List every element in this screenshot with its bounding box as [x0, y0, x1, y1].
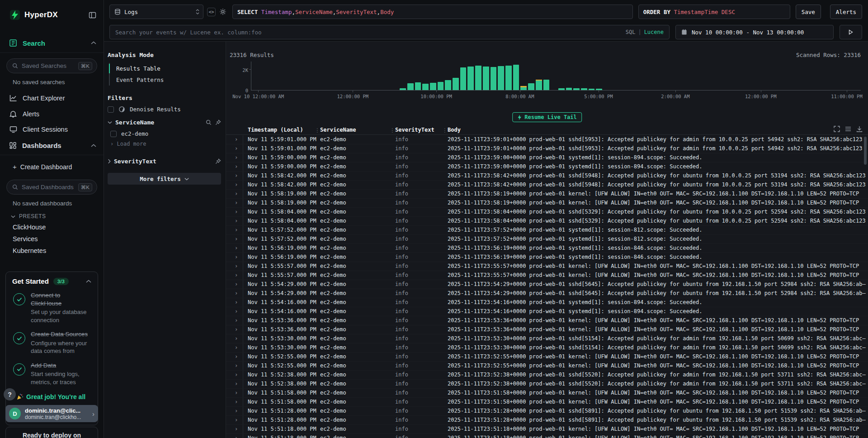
more-filters-button[interactable]: More filters: [108, 173, 221, 185]
sidebar-item-dashboards[interactable]: Dashboards: [0, 137, 104, 155]
chevron-up-icon[interactable]: [86, 280, 91, 283]
filter-checkbox[interactable]: [110, 131, 117, 137]
log-row[interactable]: ›Nov 11 5:56:19.000 PMec2-demoinfo2025-1…: [226, 244, 868, 253]
log-row[interactable]: ›Nov 11 5:59:00.000 PMec2-demoinfo2025-1…: [226, 153, 868, 162]
sidebar-item-client-sessions[interactable]: Client Sessions: [0, 122, 104, 137]
mode-event-patterns[interactable]: Event Patterns: [110, 74, 221, 86]
log-row[interactable]: ›Nov 11 5:53:30.000 PMec2-demoinfo2025-1…: [226, 334, 868, 343]
histogram-bar[interactable]: [460, 67, 467, 90]
alerts-button[interactable]: Alerts: [830, 5, 862, 19]
log-row[interactable]: ›Nov 11 5:54:29.000 PMec2-demoinfo2025-1…: [226, 280, 868, 289]
task-create-data-sources[interactable]: Create Data Sources Configure where your…: [12, 330, 91, 355]
sidebar-item-preset-services[interactable]: Services: [0, 233, 104, 245]
help-button[interactable]: ?: [4, 388, 16, 400]
column-header-body[interactable]: Body: [443, 127, 868, 133]
code-view-button[interactable]: <>: [207, 8, 216, 16]
source-select[interactable]: Logs: [109, 5, 203, 19]
log-row[interactable]: ›Nov 11 5:57:52.000 PMec2-demoinfo2025-1…: [226, 226, 868, 235]
histogram-bar[interactable]: [430, 83, 436, 90]
histogram-bar[interactable]: [573, 88, 580, 90]
log-row[interactable]: ›Nov 11 5:51:58.000 PMec2-demoinfo2025-1…: [226, 389, 868, 398]
resume-live-tail-button[interactable]: Resume Live Tail: [512, 112, 582, 122]
sidebar-item-preset-kubernetes[interactable]: Kubernetes: [0, 245, 104, 257]
histogram-bar[interactable]: [543, 80, 550, 90]
save-button[interactable]: Save: [796, 5, 821, 19]
filter-value-ec2-demo[interactable]: ec2-demo: [108, 129, 221, 139]
histogram-bar[interactable]: [536, 80, 542, 90]
histogram-bar[interactable]: [513, 65, 519, 90]
sidebar-item-search[interactable]: Search: [0, 33, 104, 53]
sidebar-item-chart-explorer[interactable]: Chart Explorer: [0, 90, 104, 106]
histogram-bar[interactable]: [596, 89, 602, 90]
load-more-button[interactable]: › Load more: [108, 139, 221, 149]
log-row[interactable]: ›Nov 11 5:52:38.000 PMec2-demoinfo2025-1…: [226, 371, 868, 380]
histogram-bar[interactable]: [566, 88, 572, 90]
column-header-timestamp[interactable]: Timestamp (Local): [243, 127, 316, 133]
histogram-bar[interactable]: [453, 78, 459, 90]
sidebar-item-preset-clickhouse[interactable]: ClickHouse: [0, 221, 104, 233]
log-row[interactable]: ›Nov 11 5:58:19.000 PMec2-demoinfo2025-1…: [226, 190, 868, 199]
denoise-checkbox[interactable]: [108, 106, 114, 113]
download-icon[interactable]: [856, 126, 863, 132]
deploy-banner[interactable]: Ready to deploy on: [5, 427, 98, 438]
log-row[interactable]: ›Nov 11 5:52:55.000 PMec2-demoinfo2025-1…: [226, 352, 868, 362]
log-row[interactable]: ›Nov 11 5:58:04.000 PMec2-demoinfo2025-1…: [226, 217, 868, 226]
log-row[interactable]: ›Nov 11 5:59:01.000 PMec2-demoinfo2025-1…: [226, 135, 868, 144]
histogram-bar[interactable]: [483, 67, 489, 90]
vertical-scrollbar[interactable]: [864, 137, 867, 165]
saved-dashboards-input[interactable]: Saved Dashboards ⌘K: [6, 180, 97, 195]
row-density-icon[interactable]: [845, 126, 851, 132]
create-dashboard-button[interactable]: + Create Dashboard: [0, 159, 104, 174]
log-row[interactable]: ›Nov 11 5:51:58.000 PMec2-demoinfo2025-1…: [226, 398, 868, 407]
task-connect-clickhouse[interactable]: Connect to ClickHouse Set up your databa…: [12, 291, 91, 324]
log-row[interactable]: ›Nov 11 5:51:28.000 PMec2-demoinfo2025-1…: [226, 416, 868, 425]
histogram-bar[interactable]: [589, 89, 595, 90]
histogram-bar[interactable]: [415, 82, 421, 90]
log-row[interactable]: ›Nov 11 5:58:42.000 PMec2-demoinfo2025-1…: [226, 171, 868, 181]
log-row[interactable]: ›Nov 11 5:55:57.000 PMec2-demoinfo2025-1…: [226, 271, 868, 280]
log-row[interactable]: ›Nov 11 5:54:16.000 PMec2-demoinfo2025-1…: [226, 298, 868, 307]
histogram-bar[interactable]: [467, 67, 474, 90]
log-row[interactable]: ›Nov 11 5:58:04.000 PMec2-demoinfo2025-1…: [226, 208, 868, 217]
saved-searches-input[interactable]: Saved Searches ⌘K: [6, 58, 97, 73]
user-menu[interactable]: D dominic.tran@clic... dominic.tran@clic…: [5, 405, 98, 422]
log-row[interactable]: ›Nov 11 5:52:38.000 PMec2-demoinfo2025-1…: [226, 380, 868, 389]
language-sql-option[interactable]: SQL: [626, 29, 636, 35]
histogram-bar[interactable]: [498, 66, 504, 90]
log-row[interactable]: ›Nov 11 5:52:55.000 PMec2-demoinfo2025-1…: [226, 362, 868, 371]
select-columns-input[interactable]: SELECT Timestamp,ServiceName,SeverityTex…: [232, 5, 633, 19]
order-by-input[interactable]: ORDER BY TimestampTime DESC: [638, 5, 790, 19]
log-row[interactable]: ›Nov 11 5:55:57.000 PMec2-demoinfo2025-1…: [226, 262, 868, 271]
language-lucene-option[interactable]: Lucene: [644, 29, 664, 35]
task-add-data[interactable]: Add Data Start sending logs, metrics, or…: [12, 362, 91, 386]
run-query-button[interactable]: [840, 25, 862, 39]
log-row[interactable]: ›Nov 11 5:51:28.000 PMec2-demoinfo2025-1…: [226, 407, 868, 416]
filter-pin-icon[interactable]: [215, 119, 221, 125]
mode-results-table[interactable]: Results Table: [110, 63, 221, 74]
histogram-bar[interactable]: [528, 83, 534, 90]
histogram-bar[interactable]: [400, 88, 406, 90]
events-histogram[interactable]: 2K 0 Nov 10 12:00:00 AM12:00:00 PM10:00:…: [251, 64, 861, 90]
log-row[interactable]: ›Nov 11 5:53:36.000 PMec2-demoinfo2025-1…: [226, 316, 868, 325]
log-row[interactable]: ›Nov 11 5:53:30.000 PMec2-demoinfo2025-1…: [226, 343, 868, 352]
histogram-bar[interactable]: [438, 82, 444, 90]
histogram-bar[interactable]: [422, 84, 429, 90]
histogram-bar[interactable]: [445, 80, 451, 90]
log-row[interactable]: ›Nov 11 5:54:16.000 PMec2-demoinfo2025-1…: [226, 307, 868, 316]
log-row[interactable]: ›Nov 11 5:57:52.000 PMec2-demoinfo2025-1…: [226, 235, 868, 244]
filter-search-icon[interactable]: [206, 119, 212, 125]
log-row[interactable]: ›Nov 11 5:59:00.000 PMec2-demoinfo2025-1…: [226, 162, 868, 171]
log-row[interactable]: ›Nov 11 5:56:19.000 PMec2-demoinfo2025-1…: [226, 253, 868, 262]
log-row[interactable]: ›Nov 11 5:53:36.000 PMec2-demoinfo2025-1…: [226, 325, 868, 334]
histogram-bar[interactable]: [475, 66, 481, 90]
log-row[interactable]: ›Nov 11 5:51:18.000 PMec2-demoinfo2025-1…: [226, 434, 868, 438]
expand-table-icon[interactable]: [834, 126, 840, 132]
log-row[interactable]: ›Nov 11 5:51:18.000 PMec2-demoinfo2025-1…: [226, 425, 868, 434]
filter-group-severitytext[interactable]: SeverityText: [108, 158, 221, 165]
log-row[interactable]: ›Nov 11 5:58:19.000 PMec2-demoinfo2025-1…: [226, 199, 868, 208]
collapse-sidebar-icon[interactable]: [89, 11, 96, 19]
sidebar-item-alerts[interactable]: Alerts: [0, 106, 104, 122]
histogram-bar[interactable]: [407, 83, 414, 90]
filter-pin-icon[interactable]: [215, 158, 221, 164]
histogram-bar[interactable]: [520, 86, 527, 90]
